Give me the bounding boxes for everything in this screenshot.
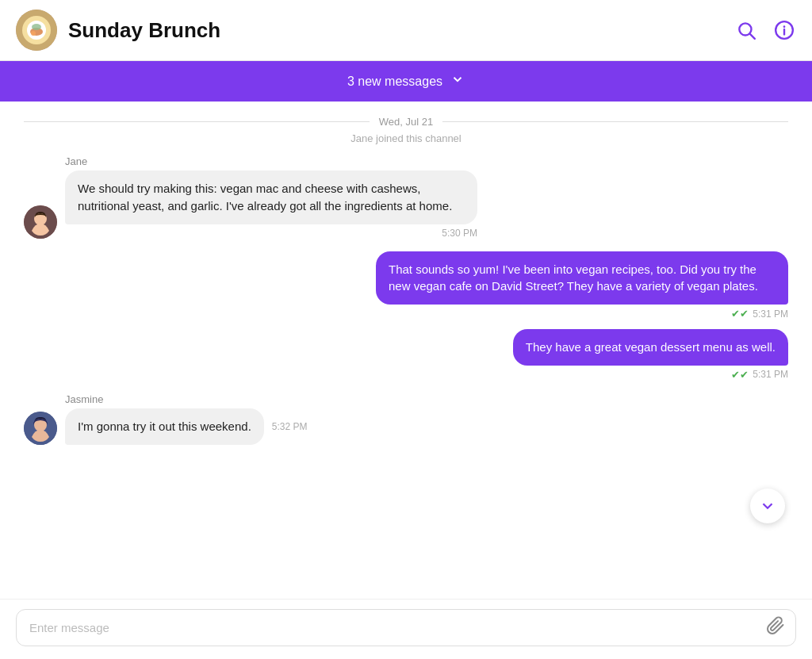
message-input[interactable] — [16, 609, 796, 646]
chat-container: Wed, Jul 21 Jane joined this channel Jan… — [0, 102, 812, 599]
sender-name: Jane — [65, 155, 477, 167]
system-message: Jane joined this channel — [0, 132, 812, 144]
page-title: Sunday Brunch — [68, 18, 734, 43]
timestamp: 5:32 PM — [272, 421, 308, 432]
svg-point-4 — [32, 24, 41, 30]
date-label: Wed, Jul 21 — [379, 116, 433, 128]
avatar — [24, 412, 57, 445]
header: Sunday Brunch — [0, 0, 812, 61]
message-bubble: That sounds so yum! I've been into vegan… — [376, 251, 788, 305]
input-area — [0, 599, 812, 659]
header-actions — [734, 18, 796, 42]
avatar — [24, 205, 57, 239]
divider-line-left — [24, 121, 370, 122]
search-icon[interactable] — [734, 18, 758, 42]
message-row: Jasmine I'm gonna try it out this weeken… — [24, 393, 788, 445]
message-bubble: I'm gonna try it out this weekend. — [65, 408, 264, 445]
message-bubble: They have a great vegan dessert menu as … — [513, 329, 788, 366]
bubble-wrapper: Jasmine I'm gonna try it out this weeken… — [65, 393, 308, 445]
date-divider: Wed, Jul 21 — [0, 102, 812, 132]
svg-point-5 — [31, 31, 36, 36]
chat-area: Wed, Jul 21 Jane joined this channel Jan… — [0, 102, 812, 599]
timestamp: 5:31 PM — [753, 308, 788, 320]
new-messages-label: 3 new messages — [347, 75, 442, 89]
banner-chevron-icon — [450, 72, 465, 90]
read-check-icon: ✔✔ — [731, 369, 749, 381]
message-input-wrapper — [16, 609, 796, 646]
bubble-wrapper: Jane We should try making this: vegan ma… — [65, 155, 477, 239]
new-messages-banner[interactable]: 3 new messages — [0, 61, 812, 102]
message-time-row: 5:30 PM — [65, 228, 477, 239]
message-row: Jane We should try making this: vegan ma… — [24, 155, 788, 239]
timestamp: 5:30 PM — [442, 228, 477, 239]
read-check-icon: ✔✔ — [731, 308, 749, 320]
message-group: They have a great vegan dessert menu as … — [24, 329, 788, 381]
message-time-row: ✔✔ 5:31 PM — [731, 308, 788, 320]
timestamp: 5:31 PM — [753, 369, 788, 380]
divider-line-right — [442, 121, 788, 122]
message-bubble: We should try making this: vegan mac and… — [65, 170, 477, 224]
scroll-down-button[interactable] — [750, 489, 785, 523]
avatar — [16, 10, 57, 51]
sender-name: Jasmine — [65, 393, 308, 405]
svg-line-7 — [750, 34, 755, 39]
info-icon[interactable] — [772, 18, 796, 42]
attach-icon[interactable] — [766, 616, 785, 640]
message-time-row: ✔✔ 5:31 PM — [731, 369, 788, 381]
message-group: That sounds so yum! I've been into vegan… — [24, 251, 788, 320]
